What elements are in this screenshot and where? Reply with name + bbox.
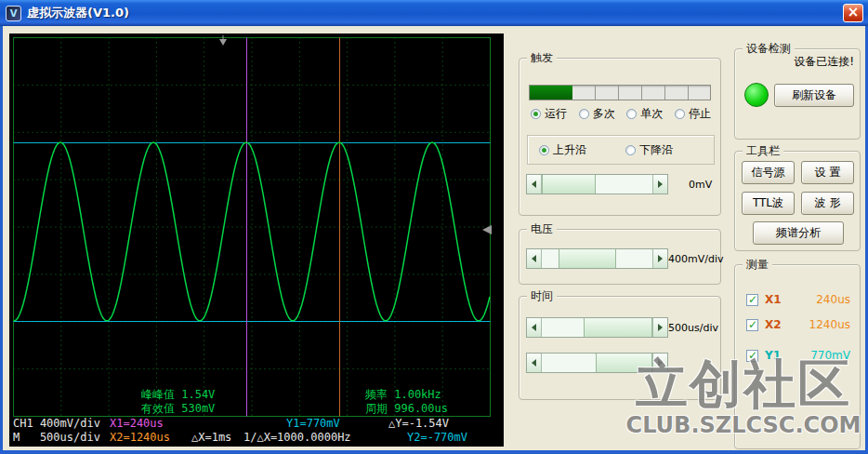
trigger-mode-run-label: 运行 <box>545 106 567 122</box>
measure-group: 测量 X1 240us X2 1240us Y1 770mV <box>734 264 861 449</box>
refresh-device-button[interactable]: 刷新设备 <box>774 84 854 107</box>
waveform-button[interactable]: 波 形 <box>801 192 854 215</box>
measure-group-title: 测量 <box>743 258 772 272</box>
timebase-status: M 500us/div <box>13 431 100 444</box>
device-group-title: 设备检测 <box>743 42 795 56</box>
time-group-title: 时间 <box>527 289 557 303</box>
scrollbar-thumb[interactable] <box>542 175 596 194</box>
scrollbar-thumb[interactable] <box>596 354 652 372</box>
trigger-mode-stop[interactable]: 停止 <box>675 106 711 122</box>
scroll-right-button[interactable] <box>652 175 667 194</box>
arrow-right-icon <box>658 180 663 188</box>
trigger-edge-falling[interactable]: 下降沿 <box>625 142 673 158</box>
device-status-text: 设备已连接! <box>794 54 854 70</box>
measure-row-x1: X1 240us <box>735 293 860 308</box>
spectrum-analysis-button[interactable]: 频谱分析 <box>753 221 844 245</box>
toolbar-group-title: 工具栏 <box>743 144 783 158</box>
arrow-left-icon <box>532 359 536 367</box>
rms-readout: 有效值 530mV <box>141 401 215 417</box>
y1-checkbox[interactable] <box>746 350 758 362</box>
measure-row-y1: Y1 770mV <box>735 349 860 364</box>
radio-icon <box>625 145 636 155</box>
arrow-right-icon <box>658 255 663 262</box>
channel-scale-status: CH1 400mV/div <box>13 417 100 430</box>
scrollbar-thumb[interactable] <box>584 318 652 337</box>
scrollbar-track[interactable] <box>542 175 652 194</box>
voltage-group-title: 电压 <box>527 222 557 236</box>
toolbar-group: 工具栏 信号源 设 置 TTL波 波 形 频谱分析 <box>734 151 861 251</box>
scroll-right-button[interactable] <box>652 318 667 337</box>
scroll-left-button[interactable] <box>527 175 542 194</box>
settings-button[interactable]: 设 置 <box>801 161 854 184</box>
y1-value: 770mV <box>810 349 850 362</box>
x1-checkbox[interactable] <box>746 294 758 306</box>
radio-icon <box>626 109 637 119</box>
window-title: 虚拟示波器(V1.0) <box>27 5 129 21</box>
window-border-bottom <box>0 450 868 454</box>
arrow-left-icon <box>532 324 536 331</box>
title-bar[interactable]: V 虚拟示波器(V1.0) × <box>0 0 868 26</box>
trigger-mode-single[interactable]: 单次 <box>626 106 663 122</box>
scroll-left-button[interactable] <box>527 318 542 337</box>
scroll-right-button[interactable] <box>652 249 667 268</box>
main-content: 峰峰值 1.54V 有效值 530mV 频率 1.00kHz 周期 996.00… <box>3 26 865 450</box>
delta-y-status: △Y=-1.54V <box>388 417 449 430</box>
y2-cursor-status: Y2=-770mV <box>407 431 467 444</box>
scroll-left-button[interactable] <box>527 249 542 268</box>
x1-cursor-status: X1=240us <box>110 417 164 430</box>
trigger-edge-options: 上升沿 下降沿 <box>527 135 715 165</box>
time-scale-scrollbar[interactable] <box>526 317 668 338</box>
time-group: 时间 500us/div <box>519 296 721 400</box>
oscilloscope-display: 峰峰值 1.54V 有效值 530mV 频率 1.00kHz 周期 996.00… <box>9 33 504 447</box>
trigger-progress-bar <box>529 85 711 100</box>
scrollbar-track[interactable] <box>542 249 652 268</box>
trigger-edge-rising-label: 上升沿 <box>553 142 586 158</box>
radio-icon <box>675 109 685 119</box>
trigger-mode-single-label: 单次 <box>640 106 663 122</box>
voltage-scale-scrollbar[interactable] <box>526 248 668 269</box>
trigger-level-scrollbar[interactable] <box>526 174 668 194</box>
scroll-left-button[interactable] <box>527 354 542 372</box>
scrollbar-thumb[interactable] <box>559 249 616 268</box>
arrow-left-icon <box>532 255 536 262</box>
y1-cursor-status: Y1=770mV <box>286 417 340 430</box>
app-icon: V <box>6 6 21 21</box>
y1-label: Y1 <box>765 349 781 362</box>
trigger-edge-rising[interactable]: 上升沿 <box>539 142 586 158</box>
trigger-level-value: 0mV <box>689 179 712 191</box>
trigger-mode-options: 运行 多次 单次 停止 <box>527 105 715 122</box>
time-position-scrollbar[interactable] <box>526 353 668 373</box>
scroll-right-button[interactable] <box>652 354 667 372</box>
signal-source-button[interactable]: 信号源 <box>742 161 795 184</box>
trigger-group: 触发 运行 多次 单次 停止 <box>519 58 721 216</box>
radio-icon <box>531 109 541 119</box>
trigger-edge-falling-label: 下降沿 <box>639 142 673 158</box>
scrollbar-track[interactable] <box>542 318 652 337</box>
x2-cursor-status: X2=1240us <box>110 431 170 444</box>
arrow-right-icon <box>658 324 663 331</box>
close-icon: × <box>848 6 860 20</box>
period-readout: 周期 996.00us <box>365 401 448 417</box>
ttl-wave-button[interactable]: TTL波 <box>742 192 795 215</box>
scrollbar-track[interactable] <box>542 354 652 372</box>
inverse-delta-x-status: 1/△X=1000.0000Hz <box>243 431 351 444</box>
radio-icon <box>539 145 549 155</box>
waveform-canvas[interactable] <box>9 33 504 447</box>
close-button[interactable]: × <box>843 4 863 22</box>
voltage-group: 电压 400mV/div <box>519 229 721 285</box>
trigger-progress-segments <box>572 86 710 100</box>
x2-checkbox[interactable] <box>746 319 758 331</box>
trigger-progress-fill <box>530 86 572 100</box>
trigger-mode-multi-label: 多次 <box>593 106 615 122</box>
arrow-left-icon <box>532 180 536 188</box>
measure-row-x2: X2 1240us <box>735 318 860 333</box>
app-window: V 虚拟示波器(V1.0) × 峰峰值 1.54V 有效值 530mV 频率 1… <box>0 0 868 454</box>
trigger-mode-stop-label: 停止 <box>689 106 711 122</box>
trigger-mode-multi[interactable]: 多次 <box>579 106 615 122</box>
trigger-mode-run[interactable]: 运行 <box>531 106 567 122</box>
trigger-group-title: 触发 <box>527 51 557 65</box>
x1-value: 240us <box>816 293 850 306</box>
radio-icon <box>579 109 589 119</box>
x1-label: X1 <box>765 293 782 306</box>
device-connected-led <box>744 83 769 107</box>
